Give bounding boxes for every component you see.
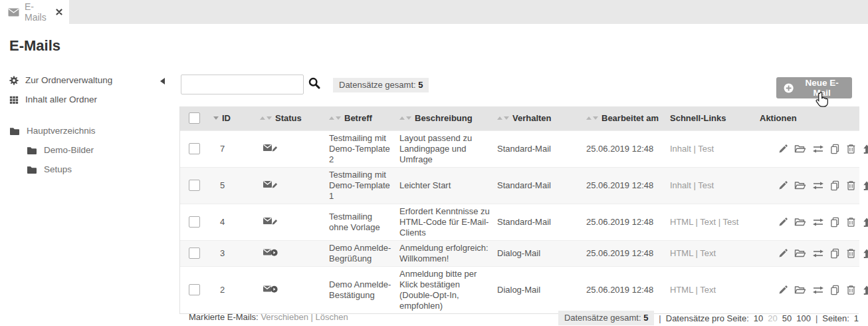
move-to-folder-icon[interactable] (794, 144, 806, 154)
folder-item-demo-bilder[interactable]: Demo-Bilder (0, 140, 179, 160)
sort-icon[interactable] (399, 116, 411, 120)
move-to-folder-icon[interactable] (794, 180, 806, 190)
sort-icon[interactable] (260, 116, 272, 120)
cell-beschreibung: Anmeldung bitte per Klick bestätigen (Do… (395, 266, 492, 313)
column-header-bearbeitet-am[interactable]: Bearbeitet am (601, 113, 659, 123)
quick-link[interactable]: Test (698, 180, 714, 190)
folder-icon (27, 165, 37, 174)
table-row: 7 Testmailing mit Demo-Template 2 Layout… (180, 130, 859, 167)
column-header-schnell-links: Schnell-Links (670, 113, 726, 123)
cell-verhalten: Standard-Mail (492, 204, 582, 240)
sort-icon[interactable] (213, 116, 219, 120)
move-marked-link[interactable]: Verschieben (261, 312, 308, 322)
sort-icon[interactable] (497, 116, 509, 120)
cell-id: 5 (209, 167, 255, 204)
search-icon[interactable] (308, 77, 320, 89)
cell-bearbeitet-am: 25.06.2019 12:48 (582, 266, 665, 313)
duplicate-icon[interactable] (830, 144, 840, 154)
status-draft-icon (263, 144, 278, 152)
move-to-folder-icon[interactable] (794, 285, 806, 295)
quick-link[interactable]: Text (700, 217, 716, 227)
folder-item-root[interactable]: Hauptverzeichnis (0, 121, 179, 140)
duplicate-icon[interactable] (830, 180, 840, 191)
cell-verhalten: Dialog-Mail (492, 266, 582, 313)
search-input[interactable] (181, 75, 304, 94)
row-checkbox[interactable] (189, 143, 200, 154)
swap-icon[interactable] (812, 218, 824, 227)
sidebar: Zur Ordnerverwaltung Inhalt aller Ordner… (0, 71, 179, 179)
delete-icon[interactable] (846, 180, 856, 191)
swap-icon[interactable] (812, 181, 824, 190)
row-checkbox[interactable] (189, 284, 200, 295)
edit-icon[interactable] (778, 180, 788, 190)
row-checkbox[interactable] (189, 216, 200, 228)
delete-icon[interactable] (846, 144, 856, 154)
sort-icon[interactable] (329, 116, 341, 120)
status-active-icon (263, 248, 278, 256)
per-page-option-50[interactable]: 50 (782, 313, 792, 323)
export-icon[interactable] (862, 180, 868, 191)
export-icon[interactable] (862, 217, 868, 228)
export-icon[interactable] (862, 248, 868, 259)
edit-icon[interactable] (778, 144, 788, 154)
quick-link[interactable]: HTML (670, 285, 693, 295)
edit-icon[interactable] (778, 285, 788, 295)
quick-link[interactable]: Inhalt (670, 180, 691, 190)
new-email-button[interactable]: Neue E-Mail (776, 77, 852, 98)
status-active-icon (263, 285, 278, 293)
cell-id: 2 (209, 266, 255, 313)
duplicate-icon[interactable] (830, 285, 840, 295)
grid-icon (9, 95, 19, 104)
duplicate-icon[interactable] (830, 248, 840, 259)
column-header-beschreibung[interactable]: Beschreibung (415, 113, 473, 123)
swap-icon[interactable] (812, 249, 824, 258)
tab-emails[interactable]: E-Mails (0, 0, 69, 24)
table-header-row: ID Status Betreff Beschreibung Verhalten… (180, 106, 859, 130)
table-row: 2 Demo Anmelde-Bestätigung Anmeldung bit… (180, 266, 859, 313)
edit-icon[interactable] (778, 248, 788, 258)
sidebar-item-all-folders[interactable]: Inhalt aller Ordner (0, 90, 179, 109)
quick-link[interactable]: HTML (670, 248, 693, 258)
delete-icon[interactable] (846, 285, 856, 295)
delete-icon[interactable] (846, 217, 856, 228)
cell-bearbeitet-am: 25.06.2019 12:48 (582, 240, 665, 266)
delete-icon[interactable] (846, 248, 856, 259)
quick-link[interactable]: Test (698, 144, 714, 154)
cell-beschreibung: Layout passend zu Landingpage und Umfrag… (395, 130, 492, 167)
tab-bar: E-Mails (0, 0, 868, 24)
delete-marked-link[interactable]: Löschen (316, 312, 348, 322)
column-header-status[interactable]: Status (275, 113, 302, 123)
duplicate-icon[interactable] (830, 217, 840, 228)
cell-beschreibung: Leichter Start (395, 167, 492, 204)
quick-link[interactable]: Text (700, 248, 716, 258)
swap-icon[interactable] (812, 285, 824, 295)
column-header-verhalten[interactable]: Verhalten (512, 113, 552, 123)
per-page-option-10[interactable]: 10 (754, 313, 763, 323)
close-icon[interactable] (56, 9, 62, 15)
quick-link[interactable]: HTML (670, 217, 693, 227)
per-page-option-100[interactable]: 100 (796, 313, 811, 323)
quick-link[interactable]: Inhalt (670, 144, 691, 154)
export-icon[interactable] (862, 144, 868, 154)
row-checkbox[interactable] (189, 180, 200, 191)
folder-item-setups[interactable]: Setups (0, 160, 179, 179)
sidebar-item-folder-management[interactable]: Zur Ordnerverwaltung (0, 71, 179, 90)
sidebar-collapse-icon[interactable] (160, 78, 165, 84)
quick-link[interactable]: Text (700, 285, 716, 295)
move-to-folder-icon[interactable] (794, 217, 806, 227)
table-row: 5 Testmailing mit Demo-Template 1 Leicht… (180, 167, 859, 204)
column-header-betreff[interactable]: Betreff (344, 113, 372, 123)
column-header-id[interactable]: ID (222, 113, 231, 123)
move-to-folder-icon[interactable] (794, 248, 806, 258)
edit-icon[interactable] (778, 217, 788, 227)
page-title: E-Mails (9, 37, 60, 55)
per-page-option-20[interactable]: 20 (768, 313, 777, 323)
select-all-checkbox[interactable] (189, 112, 200, 124)
table-row: 3 Demo Anmelde-Begrüßung Anmeldung erfol… (180, 240, 859, 266)
quick-link[interactable]: Test (723, 217, 739, 227)
swap-icon[interactable] (812, 144, 824, 154)
export-icon[interactable] (862, 285, 868, 295)
column-header-aktionen: Aktionen (760, 113, 797, 123)
sort-icon[interactable] (586, 116, 598, 120)
row-checkbox[interactable] (189, 247, 200, 259)
